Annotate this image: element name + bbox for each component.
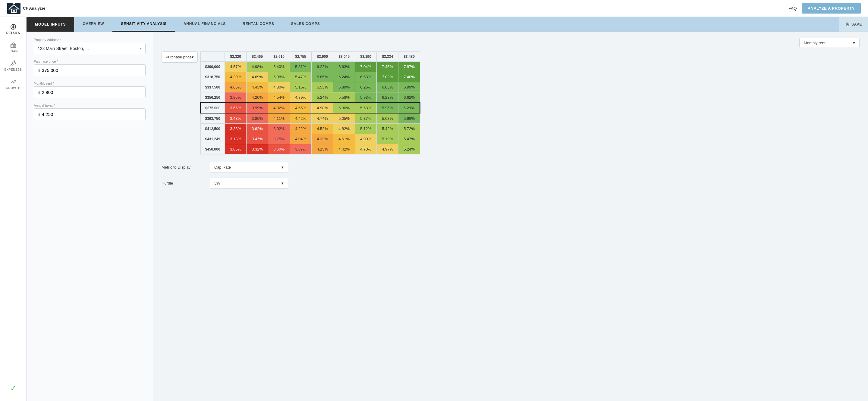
tab-sensitivity-analysis[interactable]: SENSITIVITY ANALYSIS bbox=[113, 17, 175, 32]
row-label-0: $300,000 bbox=[201, 62, 225, 72]
cell-6-7: 5.42% bbox=[377, 124, 398, 134]
growth-icon bbox=[10, 78, 17, 85]
cell-6-2: 3.92% bbox=[268, 124, 290, 134]
hurdle-dropdown[interactable]: 5% ▾ bbox=[210, 178, 288, 189]
logo-text: CF Analyzer bbox=[23, 6, 45, 10]
table-corner-cell bbox=[201, 52, 225, 62]
metric-display-label: Metric to Display bbox=[161, 165, 204, 169]
cell-2-2: 4.80% bbox=[268, 82, 290, 93]
monthly-rent-label: Monthly rent * bbox=[34, 81, 146, 85]
tab-overview[interactable]: OVERVIEW bbox=[74, 17, 113, 32]
inputs-panel: Property Address * 123 Main Street, Bost… bbox=[27, 32, 153, 401]
cell-6-6: 5.12% bbox=[355, 124, 377, 134]
purchase-price-prefix: $ bbox=[38, 68, 40, 73]
faq-link[interactable]: FAQ bbox=[788, 6, 797, 11]
cell-8-4: 4.15% bbox=[312, 144, 333, 155]
table-col-header-5: $3,045 bbox=[333, 52, 355, 62]
tab-sales-comps[interactable]: SALES COMPS bbox=[282, 17, 328, 32]
bottom-controls: Metric to Display Cap Rate ▾ Hurdle 5% ▾ bbox=[161, 162, 860, 189]
cell-4-7: 5.96% bbox=[377, 103, 398, 113]
cell-1-7: 7.02% bbox=[377, 72, 398, 82]
y-axis-label: Purchase price bbox=[165, 55, 192, 59]
metric-display-row: Metric to Display Cap Rate ▾ bbox=[161, 162, 860, 173]
property-address-value: 123 Main Street, Boston, ... bbox=[38, 46, 89, 51]
tab-rental-comps[interactable]: RENTAL COMPS bbox=[234, 17, 283, 32]
cell-3-3: 4.89% bbox=[290, 93, 312, 103]
cell-0-3: 5.81% bbox=[290, 62, 312, 72]
hurdle-row: Hurdle 5% ▾ bbox=[161, 178, 860, 189]
purchase-price-input[interactable] bbox=[42, 68, 142, 73]
cell-4-4: 4.98% bbox=[312, 103, 333, 113]
table-header-row: $2,320$2,465$2,610$2,755$2,900$3,045$3,1… bbox=[201, 52, 420, 62]
cell-4-3: 4.65% bbox=[290, 103, 312, 113]
cell-7-0: 3.18% bbox=[225, 134, 247, 144]
svg-rect-3 bbox=[13, 10, 15, 13]
row-label-1: $318,750 bbox=[201, 72, 225, 82]
cell-4-0: 3.66% bbox=[225, 103, 247, 113]
cell-5-8: 5.99% bbox=[398, 113, 420, 124]
cell-2-1: 4.43% bbox=[247, 82, 268, 93]
purchase-price-wrapper: $ bbox=[34, 64, 146, 76]
cell-6-4: 4.52% bbox=[312, 124, 333, 134]
analyze-property-button[interactable]: ANALYZE A PROPERTY bbox=[802, 3, 861, 13]
cell-8-0: 3.05% bbox=[225, 144, 247, 155]
annual-taxes-prefix: $ bbox=[38, 112, 40, 117]
sidebar-item-expenses[interactable]: EXPENSES bbox=[0, 57, 26, 74]
hurdle-value: 5% bbox=[214, 181, 220, 186]
sidebar-item-growth[interactable]: GROWTH bbox=[0, 75, 26, 93]
y-axis-dropdown[interactable]: Purchase price ▾ bbox=[161, 52, 198, 63]
annual-taxes-label: Annual taxes * bbox=[34, 104, 146, 107]
cell-1-1: 4.69% bbox=[247, 72, 268, 82]
cell-4-2: 4.32% bbox=[268, 103, 290, 113]
cell-4-1: 3.99% bbox=[247, 103, 268, 113]
cell-6-3: 4.22% bbox=[290, 124, 312, 134]
row-label-6: $412,500 bbox=[201, 124, 225, 134]
cell-1-0: 4.30% bbox=[225, 72, 247, 82]
cell-6-8: 5.72% bbox=[398, 124, 420, 134]
cell-1-3: 5.47% bbox=[290, 72, 312, 82]
cell-2-6: 6.26% bbox=[355, 82, 377, 93]
sidebar-item-details[interactable]: DETAILS bbox=[0, 21, 26, 38]
content-area: Property Address * 123 Main Street, Bost… bbox=[27, 32, 868, 401]
table-row-8: $450,0003.05%3.32%3.60%3.87%4.15%4.42%4.… bbox=[201, 144, 420, 155]
purchase-price-group: Purchase price * $ bbox=[34, 60, 146, 76]
main-content: MODEL INPUTS OVERVIEW SENSITIVITY ANALYS… bbox=[27, 17, 868, 401]
cell-1-2: 5.08% bbox=[268, 72, 290, 82]
sidebar-item-loan[interactable]: LOAN bbox=[0, 39, 26, 56]
cell-3-5: 5.58% bbox=[333, 93, 355, 103]
monthly-rent-input[interactable] bbox=[42, 90, 142, 95]
cell-0-5: 6.63% bbox=[333, 62, 355, 72]
cell-8-7: 4.97% bbox=[377, 144, 398, 155]
cell-1-8: 7.40% bbox=[398, 72, 420, 82]
sidebar-details-label: DETAILS bbox=[6, 31, 20, 35]
x-axis-dropdown[interactable]: Monthly rent ▾ bbox=[799, 38, 860, 48]
table-col-header-1: $2,465 bbox=[247, 52, 268, 62]
annual-taxes-input[interactable] bbox=[42, 112, 142, 117]
cell-8-5: 4.42% bbox=[333, 144, 355, 155]
cell-0-6: 7.04% bbox=[355, 62, 377, 72]
property-address-group: Property Address * 123 Main Street, Bost… bbox=[34, 38, 146, 54]
table-row-2: $337,5004.06%4.43%4.80%5.16%5.53%5.89%6.… bbox=[201, 82, 420, 93]
row-label-8: $450,000 bbox=[201, 144, 225, 155]
y-axis-control: Purchase price ▾ bbox=[161, 52, 198, 64]
metric-display-dropdown[interactable]: Cap Rate ▾ bbox=[210, 162, 288, 173]
row-label-4: $375,000 bbox=[201, 103, 225, 113]
save-button[interactable]: SAVE bbox=[839, 17, 868, 32]
cell-7-8: 5.47% bbox=[398, 134, 420, 144]
property-address-select[interactable]: 123 Main Street, Boston, ... ▾ bbox=[34, 43, 146, 54]
cell-7-6: 4.90% bbox=[355, 134, 377, 144]
cell-5-0: 3.48% bbox=[225, 113, 247, 124]
tab-annual-financials[interactable]: ANNUAL FINANCIALS bbox=[175, 17, 234, 32]
tab-model-inputs[interactable]: MODEL INPUTS bbox=[27, 17, 74, 32]
cell-2-8: 6.99% bbox=[398, 82, 420, 93]
cell-5-6: 5.37% bbox=[355, 113, 377, 124]
table-row-1: $318,7504.30%4.69%5.08%5.47%5.85%6.24%6.… bbox=[201, 72, 420, 82]
cell-2-0: 4.06% bbox=[225, 82, 247, 93]
cell-2-5: 5.89% bbox=[333, 82, 355, 93]
cell-5-4: 4.74% bbox=[312, 113, 333, 124]
cell-7-1: 3.47% bbox=[247, 134, 268, 144]
table-col-header-7: $3,334 bbox=[377, 52, 398, 62]
table-col-header-8: $3,480 bbox=[398, 52, 420, 62]
cell-6-1: 3.62% bbox=[247, 124, 268, 134]
sensitivity-table: $2,320$2,465$2,610$2,755$2,900$3,045$3,1… bbox=[200, 52, 421, 155]
